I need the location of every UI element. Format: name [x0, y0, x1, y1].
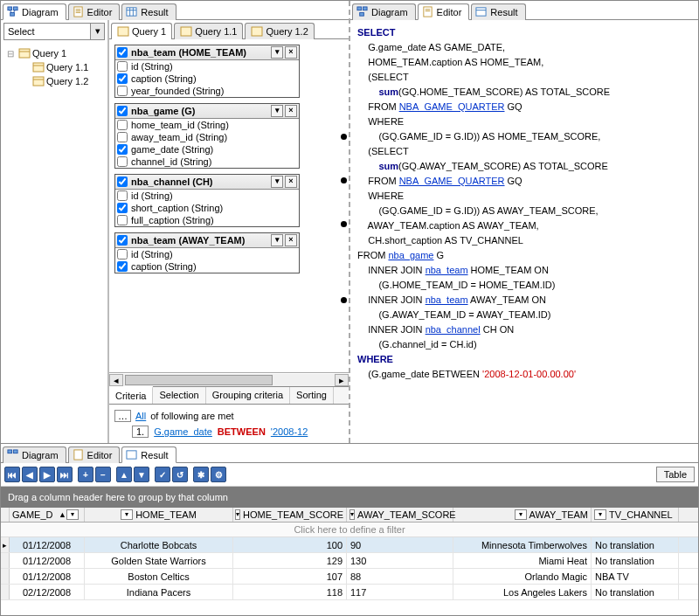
cell-away-score[interactable]: 117 — [347, 585, 453, 599]
group-by-bar[interactable]: Drag a column header here to group by th… — [1, 487, 698, 508]
field-check[interactable] — [117, 215, 128, 225]
cell-tv[interactable]: No translation — [592, 553, 679, 568]
entity-check[interactable] — [117, 176, 128, 187]
field-check[interactable] — [117, 190, 128, 201]
move-down-button[interactable]: ▼ — [134, 467, 149, 482]
diagram-canvas[interactable]: nba_team (HOME_TEAM)▾× id (String) capti… — [109, 39, 349, 372]
next-record-button[interactable]: ▶ — [39, 467, 55, 482]
close-icon[interactable]: × — [285, 46, 297, 59]
table-row[interactable]: 01/12/2008Boston Celtics10788Orlando Mag… — [1, 569, 698, 585]
cell-date[interactable]: 01/12/2008 — [10, 569, 85, 584]
chevron-down-icon[interactable]: ▾ — [271, 234, 283, 246]
entity-field[interactable]: game_date (String) — [115, 143, 299, 156]
cell-home-score[interactable]: 100 — [233, 537, 347, 552]
tree-collapse-icon[interactable]: ⊟ — [4, 49, 17, 59]
settings-button[interactable]: ⚙ — [211, 467, 226, 482]
cell-date[interactable]: 01/12/2008 — [10, 537, 85, 552]
cell-home-team[interactable]: Golden State Warriors — [85, 553, 233, 568]
cell-home-team[interactable]: Charlotte Bobcats — [85, 537, 233, 552]
field-check[interactable] — [117, 144, 128, 155]
tree-root[interactable]: ⊟Query 1 — [4, 46, 104, 60]
prev-record-button[interactable]: ◀ — [22, 467, 38, 482]
sql-editor[interactable]: SELECT G.game_date AS GAME_DATE, HOME_TE… — [350, 20, 698, 443]
scroll-right-icon[interactable]: ▸ — [335, 374, 349, 386]
cell-away-team[interactable]: Los Angeles Lakers — [453, 585, 592, 599]
rtab-diagram[interactable]: Diagram — [352, 3, 416, 20]
entity-header[interactable]: nba_team (HOME_TEAM)▾× — [115, 45, 299, 60]
move-up-button[interactable]: ▲ — [116, 467, 132, 482]
ctab-selection[interactable]: Selection — [153, 387, 205, 404]
field-check[interactable] — [117, 249, 128, 260]
field-check[interactable] — [117, 86, 128, 96]
cell-date[interactable]: 02/12/2008 — [10, 585, 85, 599]
ctab-grouping[interactable]: Grouping criteria — [206, 387, 290, 404]
btab-result[interactable]: Result — [121, 446, 176, 463]
entity-field[interactable]: home_team_id (String) — [115, 119, 299, 131]
criteria-all-link[interactable]: All — [135, 411, 146, 421]
entity-field[interactable]: full_caption (String) — [115, 214, 299, 226]
qtab-1[interactable]: Query 1 — [111, 23, 172, 39]
entity-away-team[interactable]: nba_team (AWAY_TEAM)▾× id (String) capti… — [114, 232, 300, 273]
col-home-score[interactable]: ▾HOME_TEAM_SCORE — [233, 508, 347, 522]
entity-check[interactable] — [117, 235, 128, 246]
field-check[interactable] — [117, 61, 128, 72]
entity-home-team[interactable]: nba_team (HOME_TEAM)▾× id (String) capti… — [114, 45, 300, 98]
entity-header[interactable]: nba_channel (CH)▾× — [115, 175, 299, 190]
qtab-12[interactable]: Query 1.2 — [245, 23, 314, 39]
tab-result[interactable]: Result — [121, 3, 176, 20]
ctab-sorting[interactable]: Sorting — [290, 387, 334, 404]
entity-check[interactable] — [117, 106, 128, 116]
entity-field[interactable]: id (String) — [115, 248, 299, 260]
chevron-down-icon[interactable]: ▾ — [271, 46, 283, 59]
entity-field[interactable]: channel_id (String) — [115, 156, 299, 168]
filter-icon[interactable]: ▾ — [66, 509, 79, 520]
cell-home-team[interactable]: Indiana Pacers — [85, 585, 233, 599]
chevron-down-icon[interactable]: ▾ — [271, 105, 283, 117]
field-check[interactable] — [117, 120, 128, 130]
canvas-hscroll[interactable]: ◂▸ — [109, 372, 349, 386]
tree-child-2[interactable]: Query 1.2 — [32, 74, 104, 88]
field-check[interactable] — [117, 132, 128, 142]
entity-game[interactable]: nba_game (G)▾× home_team_id (String) awa… — [114, 103, 300, 169]
tab-editor[interactable]: Editor — [68, 3, 121, 20]
scroll-left-icon[interactable]: ◂ — [109, 374, 123, 386]
col-away-score[interactable]: ▾AWAY_TEAM_SCORE — [347, 508, 453, 522]
cell-away-team[interactable]: Miami Heat — [453, 553, 592, 568]
filter-row[interactable]: Click here to define a filter — [1, 523, 698, 537]
field-check[interactable] — [117, 261, 128, 272]
entity-channel[interactable]: nba_channel (CH)▾× id (String) short_cap… — [114, 174, 300, 227]
cell-tv[interactable]: NBA TV — [592, 569, 679, 584]
entity-field[interactable]: caption (String) — [115, 73, 299, 85]
entity-field[interactable]: short_caption (String) — [115, 202, 299, 214]
close-icon[interactable]: × — [285, 105, 297, 117]
cell-home-team[interactable]: Boston Celtics — [85, 569, 233, 584]
filter-icon[interactable]: ▾ — [121, 509, 133, 520]
entity-field[interactable]: id (String) — [115, 190, 299, 202]
entity-field[interactable]: year_founded (String) — [115, 85, 299, 97]
ellipsis-icon[interactable]: … — [114, 410, 131, 422]
entity-field[interactable]: away_team_id (String) — [115, 131, 299, 143]
col-home-team[interactable]: ▾HOME_TEAM — [85, 508, 233, 522]
col-tv-channel[interactable]: ▾TV_CHANNEL — [592, 508, 679, 522]
filter-icon[interactable]: ▾ — [350, 509, 355, 520]
qtab-11[interactable]: Query 1.1 — [174, 23, 243, 39]
ctab-criteria[interactable]: Criteria — [109, 386, 153, 404]
entity-field[interactable]: id (String) — [115, 60, 299, 73]
close-icon[interactable]: × — [285, 176, 297, 188]
cell-home-score[interactable]: 129 — [233, 553, 347, 568]
col-game-date[interactable]: GAME_D▲▾ — [10, 508, 85, 522]
cell-home-score[interactable]: 107 — [233, 569, 347, 584]
chevron-down-icon[interactable]: ▾ — [90, 24, 104, 39]
col-away-team[interactable]: ▾AWAY_TEAM — [453, 508, 592, 522]
delete-record-button[interactable]: − — [95, 467, 111, 482]
btab-editor[interactable]: Editor — [68, 446, 121, 463]
criteria-row-1[interactable]: 1.G.game_dateBETWEEN'2008-12 — [132, 426, 343, 438]
first-record-button[interactable]: ⏮ — [4, 467, 20, 482]
table-row[interactable]: ▸01/12/2008Charlotte Bobcats10090Minneso… — [1, 537, 698, 553]
select-dropdown[interactable]: Select▾ — [3, 23, 105, 40]
entity-header[interactable]: nba_game (G)▾× — [115, 104, 299, 119]
cell-date[interactable]: 01/12/2008 — [10, 553, 85, 568]
cell-home-score[interactable]: 118 — [233, 585, 347, 599]
rtab-editor[interactable]: Editor — [418, 3, 470, 20]
table-row[interactable]: 01/12/2008Golden State Warriors129130Mia… — [1, 553, 698, 569]
